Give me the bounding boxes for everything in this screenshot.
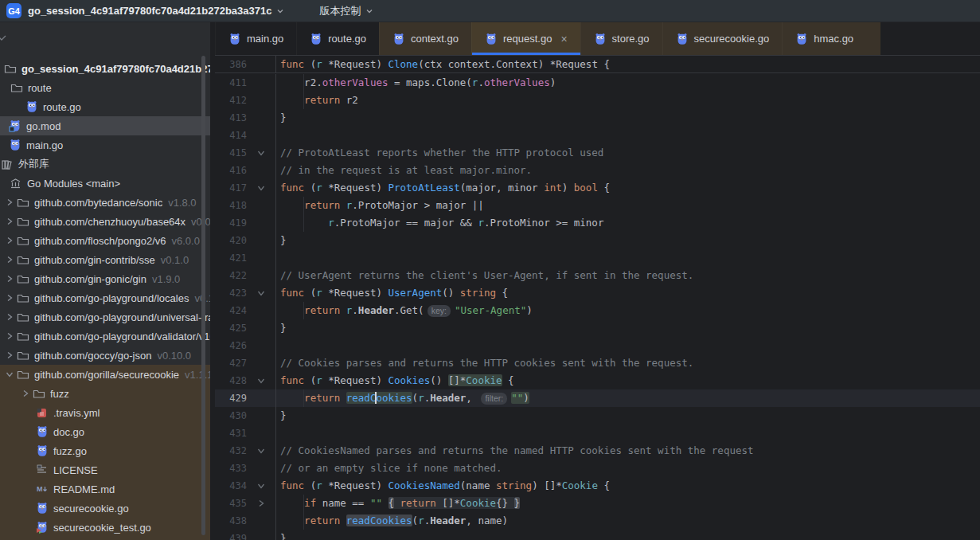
tree-item-route[interactable]: route: [0, 78, 210, 97]
tree-item-github.com-go-playground-universal-translator[interactable]: github.com/go-playground/universal-trans…: [0, 307, 210, 327]
line-number[interactable]: 430: [215, 407, 247, 425]
tab-securecookie.go[interactable]: securecookie.go: [662, 22, 783, 55]
tree-item-github.com-chenzhuoyu-base64x[interactable]: github.com/chenzhuoyu/base64xv0.0.0-2022…: [0, 212, 210, 231]
line-number[interactable]: 439: [215, 530, 247, 540]
chevron-collapsed-icon[interactable]: [3, 234, 16, 247]
code-line-418[interactable]: 418 return r.ProtoMajor > major ||: [215, 197, 980, 214]
chevron-collapsed-icon[interactable]: [3, 196, 16, 209]
tree-item-main.go[interactable]: main.go: [0, 135, 210, 155]
close-icon[interactable]: ×: [560, 33, 567, 45]
tree-item-fuzz[interactable]: fuzz: [0, 384, 210, 403]
code-area[interactable]: 411 r2.otherValues = maps.Clone(r.otherV…: [215, 74, 980, 540]
code-line-439[interactable]: 439}: [215, 530, 980, 540]
code-line-424[interactable]: 424 return r.Header.Get(key:"User-Agent"…: [215, 302, 980, 319]
tree-item-github.com-goccy-go-json[interactable]: github.com/goccy/go-jsonv0.10.0: [0, 346, 210, 365]
line-number[interactable]: 417: [215, 179, 247, 197]
line-number[interactable]: 431: [215, 425, 247, 442]
line-number[interactable]: 425: [215, 319, 247, 337]
code-line-415[interactable]: 415// ProtoAtLeast reports whether the H…: [215, 144, 980, 162]
fold-expanded-icon[interactable]: [247, 477, 275, 495]
tree-item-Go-Modules-main-[interactable]: Go Modules <main>: [0, 174, 210, 193]
line-number[interactable]: 429: [215, 389, 247, 407]
tree-item-github.com-flosch-pongo2-v6[interactable]: github.com/flosch/pongo2/v6v6.0.0: [0, 231, 210, 250]
code-line-412[interactable]: 412 return r2: [215, 92, 980, 109]
sidebar-scrollbar[interactable]: [201, 56, 205, 535]
line-number[interactable]: 423: [215, 284, 247, 302]
code-line-417[interactable]: 417func (r *Request) ProtoAtLeast(major,…: [215, 179, 980, 197]
code-line-438[interactable]: 438 return readCookies(r.Header, name): [215, 512, 980, 530]
chevron-collapsed-icon[interactable]: [3, 272, 16, 285]
code-line-425[interactable]: 425}: [215, 319, 980, 337]
tab-request.go[interactable]: request.go×: [471, 22, 580, 55]
line-number[interactable]: 420: [215, 232, 247, 249]
code-line-434[interactable]: 434func (r *Request) CookiesNamed(name s…: [215, 477, 980, 495]
tree-item-go_session_4c91af79780fc70a4d21b272ba3a371c[interactable]: go_session_4c91af79780fc70a4d21b272ba3a3…: [0, 59, 210, 78]
code-line-428[interactable]: 428func (r *Request) Cookies() []*Cookie…: [215, 372, 980, 389]
code-line-420[interactable]: 420}: [215, 232, 980, 249]
code-line-413[interactable]: 413}: [215, 109, 980, 127]
code-line-411[interactable]: 411 r2.otherValues = maps.Clone(r.otherV…: [215, 74, 980, 92]
tree-item--[interactable]: 外部库: [0, 155, 210, 174]
fold-expanded-icon[interactable]: [247, 442, 275, 460]
tree-item-go.mod[interactable]: go.mod: [0, 116, 210, 135]
tree-item-github.com-gorilla-securecookie[interactable]: github.com/gorilla/securecookiev1.1.1: [0, 365, 210, 384]
tab-route.go[interactable]: route.go: [296, 22, 379, 55]
code-line-416[interactable]: 416// in the request is at least major.m…: [215, 162, 980, 179]
code-line-421[interactable]: 421: [215, 249, 980, 267]
line-number[interactable]: 434: [215, 477, 247, 495]
code-line-414[interactable]: 414: [215, 127, 980, 144]
line-number[interactable]: 421: [215, 249, 247, 267]
line-number[interactable]: 435: [215, 495, 247, 512]
line-number[interactable]: 426: [215, 337, 247, 354]
line-number[interactable]: 438: [215, 512, 247, 530]
code-line-386[interactable]: 386func (r *Request) Clone(ctx context.C…: [215, 56, 980, 73]
code-line-429[interactable]: 429 return readCookies(r.Header, filter:…: [215, 389, 980, 407]
line-number[interactable]: 428: [215, 372, 247, 389]
code-line-426[interactable]: 426: [215, 337, 980, 354]
chevron-collapsed-icon[interactable]: [3, 253, 16, 266]
line-number[interactable]: 414: [215, 127, 247, 144]
chevron-collapsed-icon[interactable]: [3, 349, 16, 362]
line-number[interactable]: 412: [215, 92, 247, 109]
fold-expanded-icon[interactable]: [247, 179, 275, 197]
code-line-422[interactable]: 422// UserAgent returns the client's Use…: [215, 267, 980, 284]
tab-store.go[interactable]: store.go: [580, 22, 662, 55]
fold-collapsed-icon[interactable]: [247, 495, 275, 512]
tab-main.go[interactable]: main.go: [215, 22, 296, 55]
tree-item-fuzz.go[interactable]: fuzz.go: [0, 441, 210, 460]
fold-expanded-icon[interactable]: [247, 284, 275, 302]
code-line-433[interactable]: 433// or an empty slice if none matched.: [215, 460, 980, 477]
tree-item-securecookie.go[interactable]: securecookie.go: [0, 499, 210, 518]
line-number[interactable]: 413: [215, 109, 247, 127]
line-number[interactable]: 432: [215, 442, 247, 460]
tree-item-github.com-bytedance-sonic[interactable]: github.com/bytedance/sonicv1.8.0: [0, 193, 210, 212]
fold-expanded-icon[interactable]: [247, 144, 275, 162]
line-number[interactable]: 422: [215, 267, 247, 284]
tree-item-github.com-go-playground-locales[interactable]: github.com/go-playground/localesv0.14.1: [0, 288, 210, 307]
line-number[interactable]: 411: [215, 74, 247, 92]
code-line-432[interactable]: 432// CookiesNamed parses and returns th…: [215, 442, 980, 460]
project-selector[interactable]: go_session_4c91af79780fc70a4d21b272ba3a3…: [28, 5, 271, 17]
chevron-collapsed-icon[interactable]: [3, 215, 16, 228]
vcs-menu[interactable]: 版本控制: [319, 4, 361, 18]
tree-item-.travis.yml[interactable]: .travis.yml: [0, 403, 210, 422]
tree-item-github.com-gin-gonic-gin[interactable]: github.com/gin-gonic/ginv1.9.0: [0, 269, 210, 288]
code-line-427[interactable]: 427// Cookies parses and returns the HTT…: [215, 354, 980, 372]
code-line-419[interactable]: 419 r.ProtoMajor == major && r.ProtoMino…: [215, 214, 980, 232]
tree-item-LICENSE[interactable]: LICENSE: [0, 460, 210, 479]
chevron-collapsed-icon[interactable]: [3, 311, 16, 323]
tree-item-github.com-gin-contrib-sse[interactable]: github.com/gin-contrib/ssev0.1.0: [0, 250, 210, 269]
line-number[interactable]: 419: [215, 214, 247, 232]
line-number[interactable]: 415: [215, 144, 247, 162]
code-line-431[interactable]: 431: [215, 425, 980, 442]
line-number[interactable]: 427: [215, 354, 247, 372]
line-number[interactable]: 424: [215, 302, 247, 319]
tree-item-github.com-go-playground-validator-v10[interactable]: github.com/go-playground/validator/v10v1…: [0, 327, 210, 346]
tree-item-securecookie_test.go[interactable]: securecookie_test.go: [0, 518, 210, 537]
tab-hmac.go[interactable]: hmac.go: [782, 22, 866, 55]
chevron-collapsed-icon[interactable]: [3, 292, 16, 304]
line-number[interactable]: 416: [215, 162, 247, 179]
line-number[interactable]: 386: [215, 56, 247, 73]
chevron-expanded-icon[interactable]: [3, 368, 16, 381]
pane-corner-chevron[interactable]: [0, 32, 8, 48]
